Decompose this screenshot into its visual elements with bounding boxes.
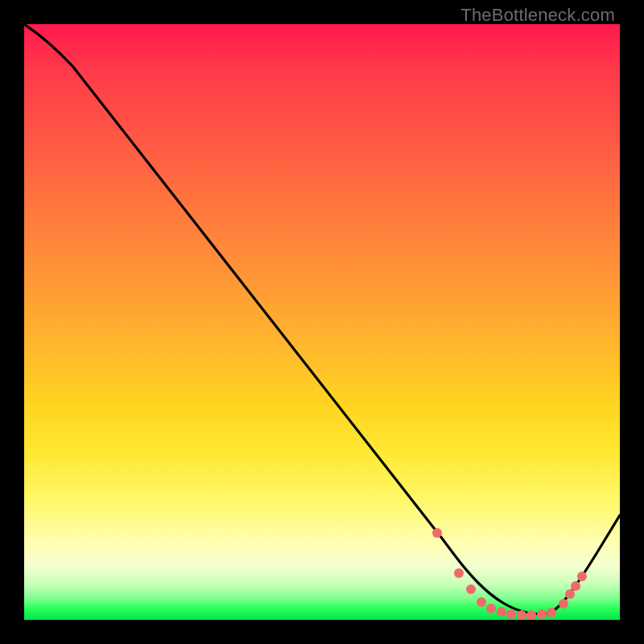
highlight-dot — [577, 572, 587, 581]
highlight-dot — [432, 528, 442, 538]
highlight-dot — [477, 597, 486, 607]
highlight-dot — [571, 581, 580, 591]
highlight-dot — [565, 589, 575, 599]
curve-group — [24, 24, 620, 614]
highlight-dot — [547, 608, 556, 617]
watermark-text: TheBottleneck.com — [460, 5, 615, 26]
bottleneck-curve — [24, 24, 620, 614]
chart-overlay — [24, 24, 620, 620]
highlight-dot — [537, 609, 547, 619]
highlight-dot — [506, 609, 516, 619]
highlight-dot — [497, 607, 506, 617]
highlight-dot — [454, 568, 464, 578]
highlight-dot — [466, 584, 476, 594]
chart-frame — [24, 24, 620, 620]
highlight-dot — [526, 610, 536, 620]
highlight-dot — [559, 599, 568, 609]
highlight-dot — [486, 604, 496, 613]
highlight-dot — [517, 610, 526, 620]
